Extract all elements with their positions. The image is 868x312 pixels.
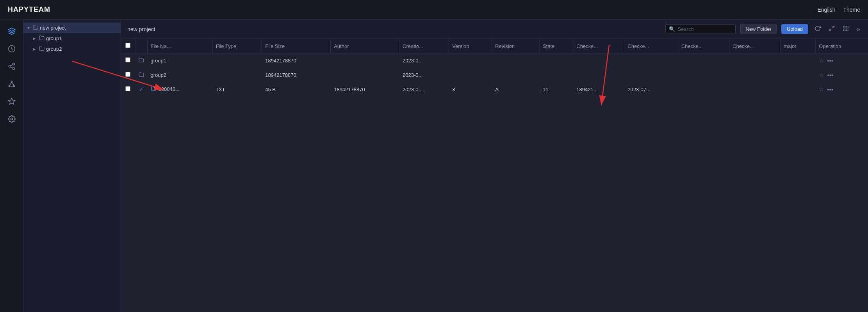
select-all-checkbox[interactable] (125, 43, 130, 48)
row-checkout-id (729, 82, 781, 97)
sidebar-item-share[interactable] (4, 58, 20, 74)
col-checkout-date[interactable]: Checke... (624, 39, 678, 53)
sidebar-item-settings[interactable] (4, 111, 20, 127)
file-type-icon (151, 86, 156, 92)
search-box: 🔍 (665, 24, 736, 34)
folder-icon (39, 35, 45, 42)
language-selector[interactable]: English (818, 7, 836, 13)
tree-item-new-project[interactable]: ▼ new project (23, 23, 121, 33)
svg-line-16 (829, 29, 831, 31)
row-operation: ☆ ••• (816, 53, 868, 68)
more-options-button[interactable]: ••• (827, 72, 833, 78)
row-filename[interactable]: group2 (147, 68, 212, 82)
svg-rect-20 (846, 29, 848, 31)
theme-selector[interactable]: Theme (843, 7, 860, 13)
star-button[interactable]: ☆ (819, 57, 824, 64)
folder-icon (33, 25, 38, 31)
tree-item-group2[interactable]: ▶ group2 (23, 44, 121, 54)
sidebar-item-star[interactable] (4, 94, 20, 109)
col-major[interactable]: major (781, 39, 816, 53)
row-revision (492, 68, 540, 82)
col-filetype[interactable]: File Type (212, 39, 262, 53)
col-checkout-id[interactable]: Checke... (729, 39, 781, 53)
col-checkedout-by[interactable]: Checke... (573, 39, 624, 53)
col-icon (135, 39, 147, 53)
more-options-button[interactable]: ••• (827, 57, 833, 64)
new-folder-button[interactable]: New Folder (740, 24, 776, 34)
row-checkbox[interactable] (121, 53, 135, 68)
col-state[interactable]: State (539, 39, 573, 53)
row-filesize: 18942178870 (262, 68, 331, 82)
row-version (449, 68, 492, 82)
svg-line-15 (832, 26, 834, 28)
svg-rect-17 (843, 26, 845, 28)
col-version[interactable]: Version (449, 39, 492, 53)
app-title: HAPYTEAM (8, 5, 50, 14)
search-input[interactable] (677, 26, 732, 32)
row-select-checkbox[interactable] (125, 57, 130, 62)
tree-item-label: new project (40, 25, 66, 31)
col-checkout-comment[interactable]: Checke... (678, 39, 729, 53)
row-select-checkbox[interactable] (125, 72, 130, 77)
expand-arrow: ▼ (27, 26, 31, 30)
row-state (539, 68, 573, 82)
sidebar-item-network[interactable] (4, 76, 20, 92)
upload-button[interactable]: Upload (781, 24, 808, 34)
col-creation[interactable]: Creatio... (399, 39, 449, 53)
row-creation: 2023-0... (399, 68, 449, 82)
file-table: File Na... File Type File Size Author Cr… (121, 39, 868, 97)
svg-line-5 (11, 67, 13, 68)
table-row: group2 18942178870 2023-0... (121, 68, 868, 82)
col-filesize[interactable]: File Size (262, 39, 331, 53)
svg-point-7 (11, 81, 12, 82)
collapse-sidebar-button[interactable]: » (855, 24, 862, 34)
row-select-checkbox[interactable] (125, 86, 130, 91)
col-revision[interactable]: Revision (492, 39, 540, 53)
col-operation: Operation (816, 39, 868, 53)
row-checkout-comment (678, 82, 729, 97)
tree-item-group1[interactable]: ▶ group1 (23, 33, 121, 44)
icon-sidebar (0, 20, 23, 312)
refresh-button[interactable] (813, 24, 822, 35)
row-revision: A (492, 82, 540, 97)
table-row: group1 18942178870 2023-0... (121, 53, 868, 68)
row-filesize: 45 B (262, 82, 331, 97)
row-filename[interactable]: group1 (147, 53, 212, 68)
row-filetype (212, 53, 262, 68)
file-table-container: File Na... File Type File Size Author Cr… (121, 39, 868, 312)
star-button[interactable]: ☆ (819, 86, 824, 93)
sidebar-item-clock[interactable] (4, 41, 20, 57)
checkout-indicator: ✓ (139, 87, 143, 92)
row-filename[interactable]: 500040... (148, 82, 213, 96)
table-row: ✓ 500040... TXT 45 B (121, 82, 868, 97)
row-checkbox[interactable] (121, 82, 135, 97)
row-checkout-id (729, 68, 781, 82)
content-header: new project 🔍 New Folder Upload (121, 20, 868, 39)
col-author[interactable]: Author (331, 39, 399, 53)
row-major (781, 53, 816, 68)
row-operation: ☆ ••• (816, 68, 868, 82)
expand-button[interactable] (827, 24, 836, 35)
row-operation: ☆ ••• (816, 82, 868, 97)
row-checkout-id (729, 53, 781, 68)
content-area: new project 🔍 New Folder Upload (121, 20, 868, 312)
row-version (449, 53, 492, 68)
search-icon: 🔍 (669, 26, 675, 32)
row-filesize: 18942178870 (262, 53, 331, 68)
row-checkbox[interactable] (121, 68, 135, 82)
row-state: 11 (539, 82, 573, 97)
grid-view-button[interactable] (841, 24, 850, 35)
col-filename[interactable]: File Na... (147, 39, 212, 53)
tree-item-label: group1 (46, 35, 62, 41)
col-checkbox (121, 39, 135, 53)
more-options-button[interactable]: ••• (827, 86, 833, 93)
sidebar-item-layers[interactable] (4, 23, 20, 39)
folder-type-icon (139, 58, 144, 64)
star-button[interactable]: ☆ (819, 71, 824, 78)
row-checkedout-by (573, 68, 624, 82)
folder-type-icon (139, 72, 144, 78)
expand-arrow: ▶ (33, 36, 37, 41)
row-checked-icon: ✓ (135, 82, 147, 97)
svg-point-14 (11, 118, 12, 120)
row-author (331, 68, 399, 82)
